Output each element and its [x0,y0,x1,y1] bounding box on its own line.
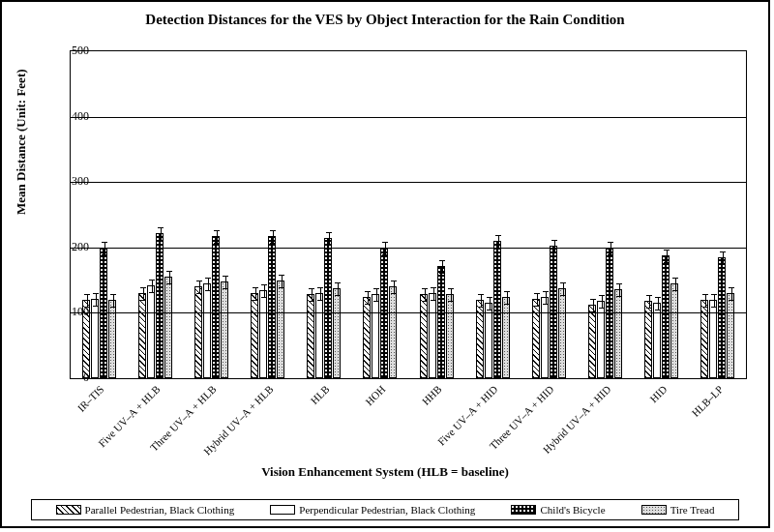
legend-item-bicycle: Child's Bicycle [511,504,605,516]
error-bar [252,287,259,301]
error-bar [663,250,670,263]
error-bar [503,291,511,305]
bar [670,283,678,378]
bar [614,289,622,378]
bar [372,294,379,378]
bar [558,288,566,378]
bar [268,236,276,378]
y-axis-label: Mean Distance (Unit: Feet) [14,69,29,215]
error-bar [671,278,679,291]
bar [532,299,540,378]
bar [251,293,258,378]
error-bar [316,287,324,301]
dotted-icon [641,505,667,515]
y-tick-label: 300 [60,174,89,189]
error-bar [598,295,606,309]
bar [138,293,146,378]
legend-item-perpendicular: Perpendicular Pedestrian, Black Clothing [270,504,475,516]
error-bar [607,242,614,255]
error-bar [364,291,372,305]
error-bar [486,297,493,310]
bar [147,285,155,378]
error-bar [390,281,398,294]
error-bar [645,295,653,309]
y-tick-label: 200 [60,239,89,253]
grid-line [71,248,746,249]
y-tick-label: 500 [60,44,89,58]
y-tick-label: 100 [60,305,89,319]
bar [493,241,501,378]
error-bar [430,287,437,301]
y-tick-label: 400 [60,108,89,123]
error-bar [477,294,485,308]
error-bar [325,232,333,246]
legend-label: Child's Bicycle [540,504,605,516]
legend-label: Perpendicular Pedestrian, Black Clothing [299,504,475,516]
error-bar [589,299,597,312]
error-bar [92,293,100,307]
bar [91,299,99,378]
bar [221,281,228,378]
error-bar [148,280,156,293]
error-bar [381,242,389,255]
y-tick-label: 0 [60,370,89,385]
error-bar [701,294,709,308]
bar [324,238,332,378]
bar [212,236,220,378]
bar [389,286,397,378]
error-bar [165,271,173,284]
legend: Parallel Pedestrian, Black Clothing Perp… [31,499,739,520]
bar [476,300,484,378]
error-bar [204,278,212,291]
grid-line [71,182,746,183]
grid-line [71,117,746,118]
error-bar [559,282,567,296]
bar [502,297,510,379]
error-bar [447,288,455,302]
bar [108,300,116,378]
white-fill-icon [270,505,295,515]
error-bar [654,297,662,310]
error-bar [438,260,446,274]
error-bar [269,230,277,244]
bar [164,277,172,378]
error-bar [308,288,315,302]
error-bar [533,293,541,307]
error-bar [139,287,147,301]
error-bar [372,288,380,302]
error-bar [101,242,108,255]
bar [541,297,549,379]
chart-frame: Detection Distances for the VES by Objec… [0,0,770,528]
error-bar [213,230,221,244]
bar [333,288,341,378]
bar [485,303,492,378]
bar [437,266,445,378]
legend-item-tire: Tire Tread [641,504,715,516]
bar [203,283,211,378]
error-bar [615,283,623,297]
legend-label: Tire Tread [670,504,715,516]
bar [307,294,314,378]
bar [662,255,670,378]
bar [420,294,428,378]
x-axis-label: Vision Enhancement System (HLB = baselin… [2,464,768,480]
legend-item-parallel: Parallel Pedestrian, Black Clothing [56,504,235,516]
bar [277,281,284,378]
bar [718,257,726,378]
bar [588,305,596,378]
error-bar [728,287,735,301]
error-bar [334,282,342,296]
error-bar [222,276,229,289]
bar [259,290,267,378]
error-bar [109,294,117,308]
bar [156,233,164,378]
error-bar [195,281,203,294]
error-bar [710,294,718,308]
legend-label: Parallel Pedestrian, Black Clothing [85,504,235,516]
bar [429,293,436,378]
bar [363,297,371,379]
bar [446,294,454,378]
diagonal-hatch-icon [56,505,81,515]
bar [727,293,734,378]
bar [194,286,202,378]
